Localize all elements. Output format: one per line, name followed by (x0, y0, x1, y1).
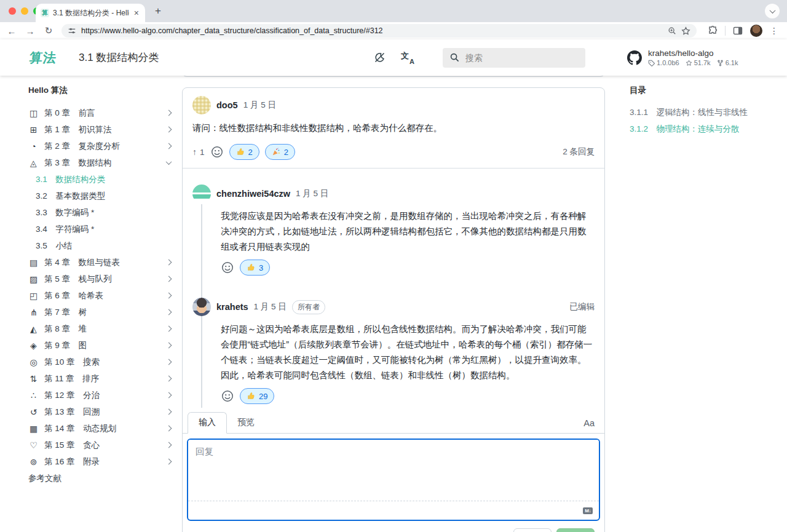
github-repo-link[interactable]: krahets/hello-algo 1.0.0b6 51.7k 6.1k (627, 49, 744, 66)
search-chapter-icon: ◎ (28, 357, 39, 367)
profile-avatar[interactable] (750, 25, 762, 37)
avatar[interactable] (192, 96, 211, 114)
add-reaction-button[interactable] (221, 261, 234, 274)
add-reaction-button[interactable] (210, 145, 224, 159)
comment-body: 好问题～这因为哈希表底层是数组，所以包含线性数据结构。而为了解决哈希冲突，我们可… (183, 316, 604, 383)
search-icon (450, 53, 459, 62)
comment-body: 请问：线性数据结构和非线性数据结构，哈希表为什么都存在。 (183, 114, 604, 136)
browser-tab[interactable]: 算 3.1 数据结构分类 - Hello 算法 × (36, 4, 145, 22)
sidebar-item-chapter-11[interactable]: ⇅第 11 章 排序 (27, 370, 173, 387)
avatar[interactable] (192, 298, 211, 316)
replies-count-label: 2 条回复 (563, 146, 595, 157)
repo-facts: 1.0.0b6 51.7k 6.1k (648, 59, 738, 66)
tab-search-button[interactable] (765, 4, 780, 18)
tab-title: 3.1 数据结构分类 - Hello 算法 (53, 8, 129, 18)
toc-item-3-1-1[interactable]: 3.1.1 逻辑结构：线性与非线性 (630, 104, 777, 121)
version-fact: 1.0.0b6 (648, 59, 679, 66)
side-panel-icon[interactable] (733, 26, 743, 36)
sidebar-item-chapter-2[interactable]: ◔第 2 章 复杂度分析 (27, 138, 173, 154)
sidebar-item-chapter-0[interactable]: ◫第 0 章 前言 (27, 105, 173, 121)
back-button[interactable]: ← (6, 26, 17, 36)
comment-author[interactable]: chenzhiwei54czw (216, 189, 290, 199)
backtrack-icon: ↺ (28, 407, 39, 417)
upvote-button[interactable]: ↑ 1 (192, 147, 205, 157)
chevron-right-icon (166, 409, 172, 415)
sidebar-item-chapter-12[interactable]: ∴第 12 章 分治 (27, 387, 173, 403)
tag-icon (648, 60, 655, 66)
sidebar-item-chapter-14[interactable]: ▦第 14 章 动态规划 (27, 420, 173, 437)
text-format-button[interactable]: Aa (583, 418, 595, 433)
comment-header: doo5 1 月 5 日 (183, 88, 604, 114)
new-tab-button[interactable]: + (151, 5, 165, 17)
cancel-button[interactable]: 取消 (513, 528, 552, 532)
site-header: 算法 3.1 数据结构分类 文 A krahets/hello-algo (0, 39, 787, 76)
data-structure-icon: ◬ (28, 158, 39, 168)
comment-author[interactable]: krahets (216, 302, 248, 312)
chevron-right-icon (166, 426, 172, 432)
search-input[interactable] (465, 53, 558, 63)
sidebar-item-3-5[interactable]: 3.5 小结 (27, 237, 173, 254)
minimize-window-button[interactable] (21, 7, 28, 15)
extensions-icon[interactable] (708, 26, 718, 36)
sidebar-item-chapter-15[interactable]: ♡第 15 章 贪心 (27, 437, 173, 453)
reply-submit-button[interactable]: 回复 (556, 528, 595, 532)
toc-item-3-1-2[interactable]: 3.1.2 物理结构：连续与分散 (630, 121, 777, 137)
sidebar-item-references[interactable]: 参考文献 (27, 470, 173, 486)
hello-algo-logo[interactable]: 算法 (29, 49, 69, 66)
sidebar-item-chapter-3[interactable]: ◬第 3 章 数据结构 (27, 154, 173, 171)
sidebar-item-chapter-4[interactable]: ▤第 4 章 数组与链表 (27, 254, 173, 271)
sidebar-item-chapter-7[interactable]: ⋔第 7 章 树 (27, 304, 173, 320)
add-reaction-button[interactable] (221, 389, 234, 403)
edited-label: 已编辑 (570, 301, 595, 312)
sidebar-item-3-1[interactable]: 3.1 数据结构分类 (27, 171, 173, 188)
tab-preview[interactable]: 预览 (227, 413, 265, 433)
sidebar-item-chapter-16[interactable]: ⊚第 16 章 附录 (27, 453, 173, 470)
chevron-right-icon (166, 276, 172, 282)
browser-menu-icon[interactable]: ⋮ (770, 26, 778, 36)
bookmark-star-icon[interactable] (681, 26, 690, 36)
table-of-contents: 目录 3.1.1 逻辑结构：线性与非线性 3.1.2 物理结构：连续与分散 (630, 85, 777, 137)
repo-name: krahets/hello-algo (648, 49, 738, 58)
sidebar-item-chapter-8[interactable]: ◭第 8 章 堆 (27, 320, 173, 337)
chevron-right-icon (166, 459, 172, 465)
chevron-right-icon (166, 376, 172, 382)
comment-date[interactable]: 1 月 5 日 (243, 100, 276, 111)
close-window-button[interactable] (9, 7, 16, 15)
sidebar-item-3-2[interactable]: 3.2 基本数据类型 (27, 188, 173, 204)
search-box[interactable] (443, 48, 585, 68)
reload-button[interactable]: ↻ (43, 25, 54, 36)
zoom-page-icon[interactable] (668, 26, 676, 35)
markdown-icon[interactable]: M↓ (583, 507, 593, 514)
reaction-thumbs-up[interactable]: 29 (240, 388, 274, 404)
comment-author[interactable]: doo5 (216, 100, 238, 110)
toolbar-divider (725, 26, 726, 36)
theme-toggle-icon[interactable] (373, 51, 386, 64)
graph-icon: ◈ (28, 341, 39, 351)
sidebar-item-chapter-5[interactable]: ▨第 5 章 栈与队列 (27, 271, 173, 287)
site-settings-icon[interactable] (68, 26, 76, 35)
chevron-right-icon (166, 309, 172, 316)
forward-button[interactable]: → (25, 26, 36, 36)
sidebar-item-chapter-10[interactable]: ◎第 10 章 搜索 (27, 354, 173, 370)
avatar[interactable] (192, 185, 211, 203)
language-switch-icon[interactable]: 文 A (401, 52, 414, 64)
sidebar-item-chapter-13[interactable]: ↺第 13 章 回溯 (27, 403, 173, 420)
tab-close-icon[interactable]: × (133, 8, 140, 18)
sidebar-item-3-4[interactable]: 3.4 字符编码 * (27, 221, 173, 237)
sidebar-item-chapter-6[interactable]: ◰第 6 章 哈希表 (27, 287, 173, 304)
tab-write[interactable]: 输入 (188, 412, 227, 434)
reply-textarea[interactable] (188, 440, 599, 501)
thumbs-up-icon (247, 263, 255, 272)
reaction-thumbs-up[interactable]: 3 (240, 260, 270, 276)
sidebar-item-3-3[interactable]: 3.3 数字编码 * (27, 204, 173, 221)
reply-comment: krahets 1 月 5 日 所有者 已编辑 好问题～这因为哈希表底层是数组，… (183, 282, 604, 410)
address-bar[interactable]: https://www.hello-algo.com/chapter_data_… (61, 24, 697, 38)
sidebar-item-chapter-1[interactable]: ⊞第 1 章 初识算法 (27, 121, 173, 138)
sidebar-item-chapter-9[interactable]: ◈第 9 章 图 (27, 337, 173, 354)
comment-date[interactable]: 1 月 5 日 (254, 301, 287, 312)
reaction-thumbs-up[interactable]: 2 (229, 144, 259, 160)
reaction-tada[interactable]: 2 (265, 144, 295, 160)
comment-date[interactable]: 1 月 5 日 (296, 188, 328, 199)
chevron-right-icon (166, 127, 172, 133)
comments-section: doo5 1 月 5 日 请问：线性数据结构和非线性数据结构，哈希表为什么都存在… (182, 69, 605, 532)
